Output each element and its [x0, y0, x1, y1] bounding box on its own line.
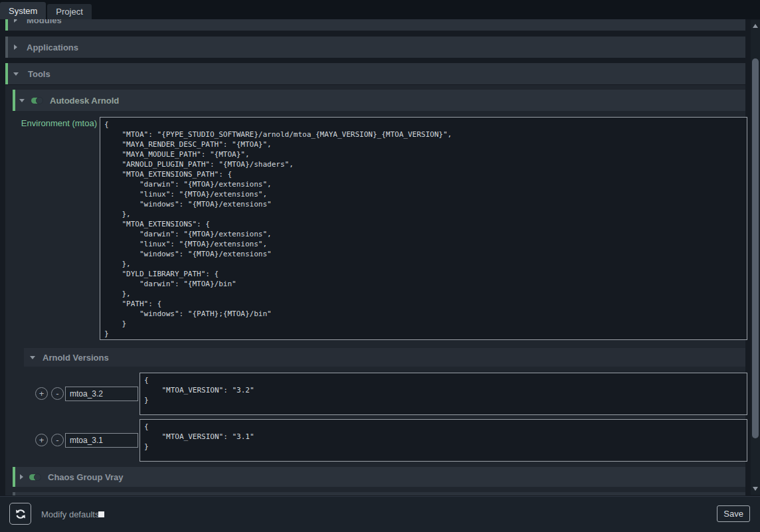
version-key-input[interactable] — [65, 433, 138, 448]
scrollbar-thumb[interactable] — [752, 58, 759, 438]
next-section-header-clipped[interactable] — [13, 492, 745, 495]
modules-expand-arrow-icon[interactable] — [14, 19, 17, 23]
tab-bar: System Project — [0, 0, 760, 19]
tools-title: Tools — [28, 69, 50, 79]
section-header-arnold-versions[interactable]: Arnold Versions — [24, 348, 745, 367]
tab-system-label: System — [9, 6, 37, 16]
settings-window: System Project Modules Applications Tool… — [0, 0, 760, 532]
arnold-accent-bar — [13, 90, 15, 111]
section-header-chaos-group-vray[interactable]: Chaos Group Vray — [13, 467, 745, 487]
refresh-icon — [14, 507, 27, 521]
refresh-button[interactable] — [9, 503, 31, 525]
applications-expand-arrow-icon[interactable] — [14, 44, 17, 50]
section-header-autodesk-arnold[interactable]: Autodesk Arnold — [13, 90, 745, 111]
arnold-enabled-toggle[interactable] — [31, 98, 43, 104]
section-header-modules[interactable]: Modules — [5, 19, 745, 31]
version-json-textarea[interactable]: { "MTOA_VERSION": "3.2" } — [140, 373, 747, 415]
next-section-accent-bar — [13, 492, 15, 495]
modules-accent-bar — [5, 19, 8, 31]
settings-scroll-area: Modules Applications Tools Autodesk Arno… — [0, 19, 751, 495]
tab-project[interactable]: Project — [47, 4, 91, 19]
tools-accent-bar — [5, 63, 8, 84]
add-item-button[interactable]: + — [35, 434, 48, 446]
section-header-applications[interactable]: Applications — [5, 37, 745, 58]
vray-enabled-toggle[interactable] — [29, 474, 41, 480]
vray-title: Chaos Group Vray — [48, 472, 123, 482]
modify-defaults-label: Modify defaults — [41, 497, 99, 532]
arnold-versions-title: Arnold Versions — [43, 353, 109, 363]
remove-item-button[interactable]: - — [51, 387, 64, 400]
arnold-versions-collapse-arrow-icon[interactable] — [30, 356, 35, 359]
section-header-tools[interactable]: Tools — [5, 63, 745, 84]
tools-collapse-arrow-icon[interactable] — [13, 72, 19, 76]
arnold-title: Autodesk Arnold — [50, 96, 119, 106]
applications-accent-bar — [5, 37, 8, 58]
arnold-toggle-knob — [36, 97, 43, 104]
vertical-scrollbar[interactable] — [751, 20, 760, 495]
scrollbar-up-arrow-icon[interactable] — [753, 24, 758, 28]
tab-project-label: Project — [56, 7, 82, 17]
vray-toggle-knob — [34, 474, 41, 481]
footer-bar: Modify defaults Save — [0, 496, 760, 532]
modules-title: Modules — [27, 19, 62, 25]
version-json-textarea[interactable]: { "MTOA_VERSION": "3.1" } — [140, 419, 747, 462]
modify-defaults-checkbox[interactable] — [98, 511, 104, 517]
add-item-button[interactable]: + — [35, 387, 48, 400]
vray-accent-bar — [13, 467, 15, 487]
tab-system[interactable]: System — [0, 2, 46, 19]
remove-item-button[interactable]: - — [51, 434, 64, 446]
scrollbar-down-arrow-icon[interactable] — [753, 487, 758, 491]
vray-expand-arrow-icon[interactable] — [20, 474, 23, 480]
environment-mtoa-label: Environment (mtoa) — [5, 118, 97, 128]
applications-title: Applications — [27, 43, 78, 52]
version-key-input[interactable] — [65, 387, 138, 401]
environment-mtoa-textarea[interactable]: { "MTOA": "{PYPE_STUDIO_SOFTWARE}/arnold… — [100, 117, 747, 340]
save-button[interactable]: Save — [717, 505, 750, 522]
arnold-collapse-arrow-icon[interactable] — [19, 99, 25, 102]
